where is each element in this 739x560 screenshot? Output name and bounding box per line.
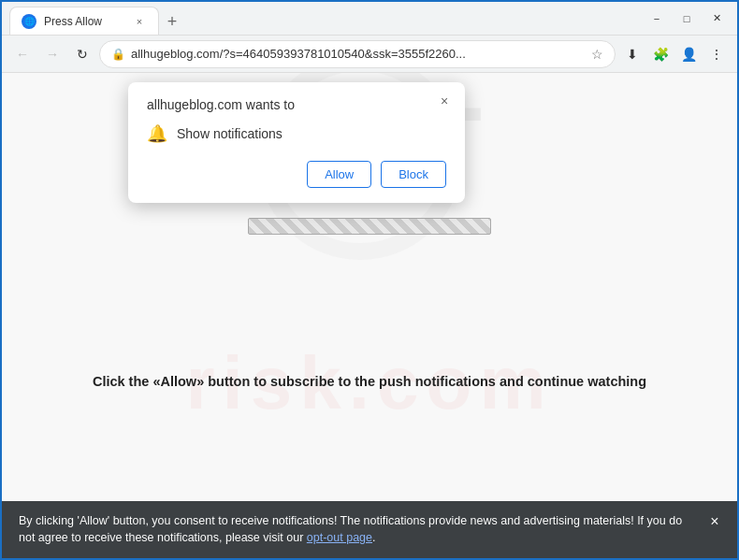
- block-button[interactable]: Block: [381, 161, 446, 188]
- extensions-icon[interactable]: 🧩: [647, 41, 674, 67]
- back-button[interactable]: ←: [9, 41, 36, 67]
- notification-popup: × allhugeblog.com wants to 🔔 Show notifi…: [128, 82, 465, 203]
- title-bar: 🌐 Press Allow × + − □ ✕: [2, 2, 737, 36]
- tab-title: Press Allow: [44, 15, 124, 28]
- popup-permission-row: 🔔 Show notifications: [147, 123, 446, 144]
- popup-close-button[interactable]: ×: [435, 92, 454, 110]
- bell-icon: 🔔: [147, 123, 167, 144]
- close-button[interactable]: ✕: [703, 6, 730, 32]
- window-controls: − □ ✕: [644, 6, 730, 32]
- toolbar-icons: ⬇ 🧩 👤 ⋮: [619, 41, 730, 67]
- minimize-button[interactable]: −: [644, 6, 670, 32]
- tab-favicon: 🌐: [22, 14, 36, 29]
- progress-area: [248, 218, 491, 238]
- reload-button[interactable]: ↻: [69, 41, 95, 67]
- page-content: PCT risk.com Click the «Allow» button to…: [2, 73, 737, 501]
- progress-bar: [248, 218, 491, 235]
- opt-out-link[interactable]: opt-out page: [307, 531, 372, 544]
- popup-title: allhugeblog.com wants to: [147, 97, 446, 112]
- permission-text: Show notifications: [177, 126, 283, 141]
- url-text: allhugeblog.com/?s=464059393781010540&ss…: [131, 47, 586, 61]
- tab-area: 🌐 Press Allow × +: [9, 2, 638, 35]
- forward-button[interactable]: →: [39, 41, 65, 67]
- consent-close-button[interactable]: ×: [703, 510, 726, 533]
- lock-icon: 🔒: [111, 48, 125, 61]
- allow-button[interactable]: Allow: [307, 161, 371, 188]
- profile-icon[interactable]: 👤: [675, 41, 702, 67]
- bookmark-icon[interactable]: ☆: [591, 47, 603, 62]
- popup-buttons: Allow Block: [147, 161, 446, 188]
- consent-text-after-link: .: [372, 531, 375, 544]
- tab-close-button[interactable]: ×: [132, 14, 147, 29]
- url-bar[interactable]: 🔒 allhugeblog.com/?s=464059393781010540&…: [99, 40, 616, 68]
- download-icon[interactable]: ⬇: [619, 41, 645, 67]
- instruction-text: Click the «Allow» button to subscribe to…: [2, 374, 737, 389]
- menu-icon[interactable]: ⋮: [703, 41, 730, 67]
- active-tab[interactable]: 🌐 Press Allow ×: [9, 7, 159, 35]
- browser-window: 🌐 Press Allow × + − □ ✕ ← → ↻ 🔒 allhugeb…: [0, 0, 739, 560]
- address-bar: ← → ↻ 🔒 allhugeblog.com/?s=4640593937810…: [2, 36, 737, 73]
- new-tab-button[interactable]: +: [159, 8, 185, 35]
- maximize-button[interactable]: □: [674, 6, 700, 32]
- consent-bar: By clicking 'Allow' button, you consent …: [2, 501, 737, 559]
